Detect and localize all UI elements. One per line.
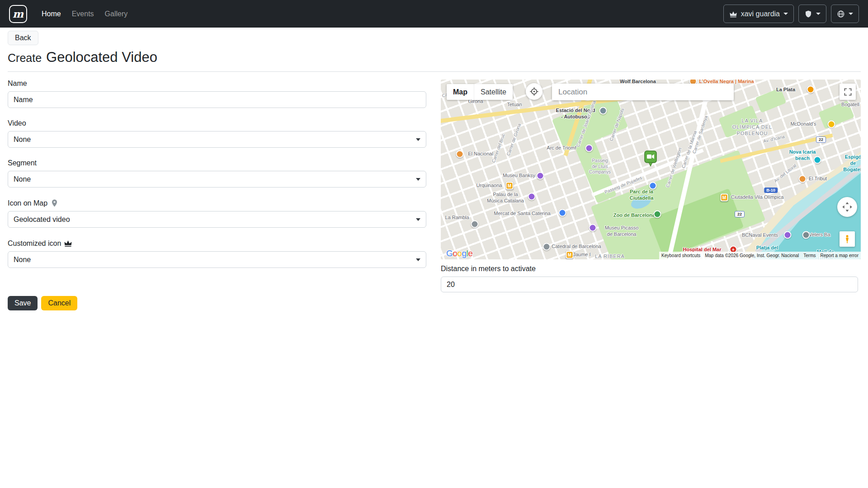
map-poi-icon bbox=[456, 150, 464, 158]
map-label: Arc de Triomf bbox=[547, 145, 576, 151]
map-poi-icon bbox=[543, 243, 551, 251]
map-label: Ciutadella Vila Olímpica bbox=[731, 194, 784, 201]
nav-links: Home Events Gallery bbox=[37, 6, 132, 22]
customized-icon-select[interactable]: None bbox=[8, 251, 426, 268]
page-title: Create Geolocated Video bbox=[8, 49, 861, 66]
chevron-down-icon bbox=[816, 13, 821, 15]
google-logo[interactable]: Google bbox=[446, 249, 472, 258]
map-canvas[interactable]: Map Satellite Google bbox=[441, 80, 861, 259]
map-label: Tetuan bbox=[507, 102, 522, 108]
segment-label: Segment bbox=[8, 159, 426, 167]
title-divider bbox=[8, 71, 861, 72]
fullscreen-button[interactable] bbox=[840, 84, 856, 100]
icon-on-map-select[interactable]: Geolocated video bbox=[8, 211, 426, 228]
map-poi-icon bbox=[649, 182, 657, 190]
video-field-group: Video None bbox=[8, 119, 426, 148]
page-title-main: Geolocated Video bbox=[46, 49, 157, 66]
form-actions: Save Cancel bbox=[8, 296, 426, 310]
shield-icon bbox=[804, 10, 812, 18]
map-label: Museu Banksy bbox=[503, 173, 535, 179]
geolocated-video-marker[interactable] bbox=[643, 150, 658, 169]
map-label: Jaume I bbox=[573, 252, 590, 258]
app-logo[interactable]: m bbox=[9, 5, 27, 23]
main-content: Back Create Geolocated Video Name Video … bbox=[0, 28, 868, 310]
name-label: Name bbox=[8, 80, 426, 88]
map-poi-icon bbox=[807, 86, 815, 94]
globe-icon bbox=[837, 10, 845, 18]
customized-icon-label: Customized icon bbox=[8, 239, 426, 248]
map-column: Map Satellite Google bbox=[441, 80, 861, 292]
terms-link[interactable]: Terms bbox=[801, 252, 818, 259]
icon-on-map-select-value: Geolocated video bbox=[14, 216, 70, 224]
map-label: Platja del bbox=[756, 245, 778, 251]
map-label: Urquinaona bbox=[476, 183, 502, 189]
map-poi-icon: M bbox=[566, 251, 574, 259]
app-logo-letter: m bbox=[13, 8, 24, 20]
save-button[interactable]: Save bbox=[8, 296, 38, 310]
language-menu-button[interactable] bbox=[831, 5, 859, 23]
theme-menu-button[interactable] bbox=[798, 5, 826, 23]
user-menu-button[interactable]: xavi guardia bbox=[723, 5, 794, 23]
map-poi-icon bbox=[599, 107, 607, 115]
pan-control[interactable] bbox=[837, 197, 857, 217]
map-poi-icon bbox=[589, 224, 597, 232]
map-poi-icon bbox=[585, 145, 593, 152]
map-poi-icon: M bbox=[506, 182, 514, 190]
map-label: Velers Ba bbox=[809, 232, 830, 238]
report-map-error-link[interactable]: Report a map error bbox=[818, 252, 861, 259]
map-attribution: Keyboard shortcuts Map data ©2026 Google… bbox=[659, 252, 861, 259]
chevron-down-icon bbox=[783, 13, 788, 15]
map-label: Mercat de Santa Caterina bbox=[494, 211, 550, 217]
icon-on-map-field-group: Icon on Map Geolocated video bbox=[8, 199, 426, 228]
nav-item-gallery[interactable]: Gallery bbox=[100, 6, 132, 22]
map-label: La Rambla bbox=[445, 215, 469, 221]
cancel-button[interactable]: Cancel bbox=[41, 296, 77, 310]
back-button[interactable]: Back bbox=[8, 31, 38, 45]
icon-on-map-label: Icon on Map bbox=[8, 199, 426, 207]
map-type-satellite-button[interactable]: Satellite bbox=[474, 84, 513, 100]
road-shield: 22 bbox=[816, 136, 826, 143]
map-label: LA RIBERA bbox=[595, 253, 625, 259]
chevron-down-icon bbox=[849, 13, 853, 15]
nav-item-home[interactable]: Home bbox=[37, 6, 66, 22]
video-label: Video bbox=[8, 119, 426, 127]
nav-item-events[interactable]: Events bbox=[67, 6, 99, 22]
keyboard-shortcuts-link[interactable]: Keyboard shortcuts bbox=[659, 252, 703, 259]
map-type-map-button[interactable]: Map bbox=[447, 84, 474, 100]
map-poi-icon bbox=[654, 211, 661, 218]
map-pin-icon bbox=[50, 199, 59, 207]
map-label: Bogatell bbox=[841, 102, 859, 108]
road-shield: 22 bbox=[735, 211, 745, 217]
chevron-down-icon bbox=[416, 218, 420, 221]
map-poi-icon bbox=[828, 121, 835, 128]
map-label: Parc de la Ciutadella bbox=[630, 189, 654, 202]
customized-icon-select-value: None bbox=[14, 256, 31, 264]
map-label: El Tribut bbox=[809, 176, 827, 182]
distance-input[interactable] bbox=[441, 277, 858, 292]
video-select-value: None bbox=[14, 136, 31, 144]
map-label: El Nacional bbox=[468, 151, 493, 157]
map-label: Museu Picasso de Barcelona bbox=[605, 225, 639, 238]
road-shield: B-10 bbox=[764, 188, 778, 193]
map-type-control: Map Satellite bbox=[447, 84, 513, 100]
segment-select[interactable]: None bbox=[8, 171, 426, 188]
customized-icon-field-group: Customized icon None bbox=[8, 239, 426, 268]
location-search-input[interactable] bbox=[552, 84, 734, 100]
map-label: LA VILA OLÍMPICA DEL POBLENOU bbox=[732, 118, 772, 136]
my-location-button[interactable] bbox=[526, 83, 542, 100]
form-column: Name Video None Segment None Icon bbox=[8, 80, 426, 310]
map-poi-icon bbox=[528, 193, 536, 201]
name-input[interactable] bbox=[8, 91, 426, 108]
chevron-down-icon bbox=[416, 178, 420, 181]
map-label: Catedral de Barcelona bbox=[552, 244, 601, 250]
video-select[interactable]: None bbox=[8, 131, 426, 148]
map-label: Zoo de Barcelona bbox=[613, 212, 655, 219]
navbar: m Home Events Gallery xavi guardia bbox=[0, 0, 868, 28]
map-label: Palau de la Música Catalana bbox=[487, 192, 524, 204]
map-poi-icon bbox=[559, 209, 566, 217]
segment-select-value: None bbox=[14, 175, 31, 183]
pegman-control[interactable] bbox=[840, 231, 855, 247]
map-label: Passeig de Lluís Companys bbox=[589, 158, 611, 175]
map-poi-icon bbox=[471, 221, 479, 228]
map-label: BCNaval Events bbox=[742, 232, 778, 239]
